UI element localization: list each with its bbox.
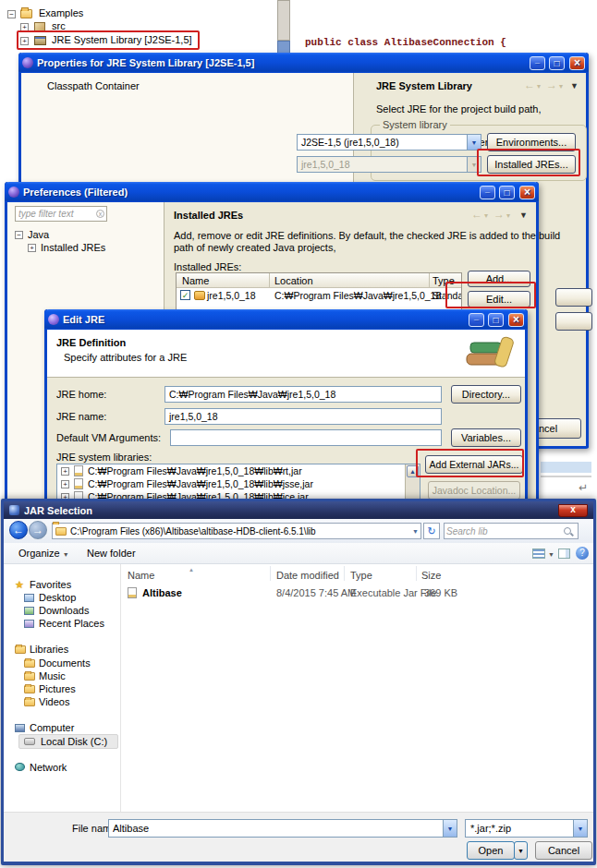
column-header-date-modified[interactable]: Date modified	[276, 570, 339, 582]
file-name-combobox[interactable]: ▼	[108, 819, 457, 838]
column-header-size[interactable]: Size	[421, 570, 441, 582]
forward-arrow-icon[interactable]: →	[493, 209, 505, 220]
column-header-name[interactable]: Name	[128, 570, 154, 582]
column-header-location[interactable]: Location	[274, 275, 313, 287]
tree-expand-icon[interactable]	[61, 480, 69, 488]
editor-scrollbar[interactable]	[277, 0, 290, 41]
sidebar-item-classpath-container[interactable]: Classpath Container	[47, 80, 140, 92]
search-input[interactable]	[446, 524, 557, 537]
minimize-icon[interactable]	[469, 313, 484, 327]
sidebar-item-downloads[interactable]: Downloads	[39, 605, 89, 617]
column-header-name[interactable]: Name	[182, 275, 209, 287]
forward-dropdown-icon[interactable]: ▾	[506, 211, 510, 222]
close-icon[interactable]	[508, 313, 524, 327]
back-arrow-icon[interactable]: ←	[524, 79, 535, 90]
tree-collapse-icon[interactable]	[7, 10, 16, 18]
jre-checkbox[interactable]	[180, 290, 190, 300]
back-dropdown-icon[interactable]: ▾	[484, 211, 488, 222]
execution-environment-value: J2SE-1,5 (jre1,5,0_18)	[301, 137, 399, 148]
variables-button[interactable]: Variables...	[451, 428, 521, 447]
file-name-cell[interactable]: Altibase	[142, 587, 182, 599]
address-dropdown-icon[interactable]: ▼	[412, 528, 419, 535]
tree-expand-icon[interactable]	[28, 244, 36, 252]
execution-environment-combobox[interactable]: J2SE-1,5 (jre1,5,0_18)	[297, 134, 481, 151]
close-icon[interactable]	[519, 186, 535, 199]
refresh-icon[interactable]: ↻	[423, 523, 440, 539]
column-separator[interactable]	[344, 566, 345, 581]
search-box[interactable]	[444, 523, 579, 539]
sidebar-item-libraries[interactable]: Libraries	[30, 644, 68, 656]
jre-home-input[interactable]: C:₩Program Files₩Java₩jre1,5,0_18	[164, 386, 442, 403]
menu-dropdown-icon[interactable]: ▼	[570, 80, 579, 91]
open-button[interactable]: Open	[467, 841, 515, 860]
sidebar-item-favorites[interactable]: Favorites	[30, 579, 71, 591]
organize-button[interactable]: Organize ▼	[18, 548, 69, 561]
minimize-icon[interactable]	[530, 56, 545, 70]
chevron-down-icon[interactable]: ▼	[443, 820, 457, 837]
search-icon[interactable]	[564, 527, 571, 535]
sidebar-item-network[interactable]: Network	[30, 762, 67, 774]
sidebar-item-pictures[interactable]: Pictures	[39, 683, 76, 695]
address-path[interactable]: C:\Program Files (x86)\Altibase\altibase…	[70, 526, 316, 536]
tree-item-examples[interactable]: Examples	[39, 7, 83, 19]
edit-jre-titlebar[interactable]: Edit JRE	[44, 309, 528, 330]
preview-pane-icon[interactable]	[558, 549, 570, 559]
address-bar[interactable]: C:\Program Files (x86)\Altibase\altibase…	[52, 523, 421, 539]
tree-item-java[interactable]: Java	[28, 229, 49, 241]
editor-scrollbar-thumb[interactable]	[277, 41, 290, 54]
jar-selection-titlebar[interactable]: JAR Selection	[4, 501, 593, 519]
back-icon[interactable]: ←	[9, 521, 28, 539]
close-icon[interactable]	[558, 504, 588, 517]
file-name-input[interactable]	[109, 823, 443, 834]
help-icon[interactable]: ?	[576, 547, 589, 560]
close-icon[interactable]	[569, 56, 585, 70]
new-folder-button[interactable]: New folder	[87, 548, 136, 560]
sidebar-item-desktop[interactable]: Desktop	[39, 592, 76, 604]
clear-filter-icon[interactable]: x	[96, 210, 104, 218]
column-separator[interactable]	[416, 566, 417, 581]
column-separator[interactable]	[429, 273, 430, 288]
tree-item-installed-jres[interactable]: Installed JREs	[41, 242, 105, 254]
sidebar-item-documents[interactable]: Documents	[39, 657, 91, 669]
sidebar-item-computer[interactable]: Computer	[30, 722, 74, 734]
vm-arguments-input[interactable]	[170, 429, 442, 446]
column-header-type[interactable]: Type	[350, 570, 372, 582]
sidebar-item-recent-places[interactable]: Recent Places	[39, 618, 104, 630]
preferences-title: Preferences (Filtered)	[23, 187, 476, 198]
filter-input[interactable]	[15, 206, 107, 222]
minimize-icon[interactable]	[480, 186, 495, 199]
views-dropdown-icon[interactable]: ▼	[548, 549, 554, 561]
maximize-icon[interactable]	[499, 186, 515, 199]
file-type-combobox[interactable]: *.jar;*.zip ▼	[465, 819, 588, 838]
forward-dropdown-icon[interactable]: ▾	[559, 81, 563, 92]
table-row[interactable]: jre1,5,0_18 C:₩Program Files₩Java₩jre1,5…	[177, 289, 461, 303]
chevron-down-icon[interactable]: ▼	[573, 820, 587, 837]
tree-collapse-icon[interactable]	[15, 231, 23, 239]
views-icon[interactable]	[532, 549, 545, 559]
library-path[interactable]: C:₩Program Files₩Java₩jre1,5,0_18₩lib₩js…	[88, 478, 313, 490]
maximize-icon[interactable]	[488, 313, 504, 327]
sort-arrow-icon[interactable]: ▲	[189, 564, 194, 576]
back-arrow-icon[interactable]: ←	[471, 209, 482, 220]
jre-libraries-list[interactable]: C:₩Program Files₩Java₩jre1,5,0_18₩lib₩rt…	[56, 464, 420, 502]
preferences-titlebar[interactable]: Preferences (Filtered)	[5, 182, 539, 202]
sidebar-item-music[interactable]: Music	[39, 670, 66, 682]
properties-titlebar[interactable]: Properties for JRE System Library [J2SE-…	[18, 53, 589, 73]
sidebar-item-local-disk[interactable]: Local Disk (C:)	[41, 736, 107, 748]
jre-name-input[interactable]: jre1,5,0_18	[164, 408, 442, 425]
open-split-dropdown-icon[interactable]: ▼	[514, 841, 528, 860]
library-path[interactable]: C:₩Program Files₩Java₩jre1,5,0_18₩lib₩rt…	[88, 465, 302, 477]
sidebar-item-videos[interactable]: Videos	[39, 696, 69, 708]
directory-button[interactable]: Directory...	[451, 385, 521, 404]
menu-dropdown-icon[interactable]: ▼	[519, 210, 528, 221]
cancel-button[interactable]: Cancel	[535, 841, 592, 860]
column-separator[interactable]	[270, 566, 271, 581]
maximize-icon[interactable]	[549, 56, 565, 70]
forward-icon[interactable]: →	[29, 521, 47, 539]
column-separator[interactable]	[269, 273, 270, 288]
forward-arrow-icon[interactable]: →	[546, 79, 557, 90]
tree-expand-icon[interactable]	[61, 467, 69, 476]
chevron-down-icon[interactable]	[467, 135, 481, 150]
desktop-icon	[24, 594, 34, 602]
back-dropdown-icon[interactable]: ▾	[537, 81, 541, 92]
